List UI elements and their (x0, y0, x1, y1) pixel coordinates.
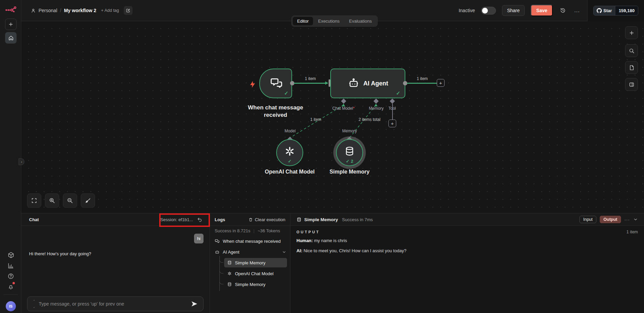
send-icon[interactable] (191, 301, 198, 307)
sidebar-collapse-handle[interactable]: › (19, 158, 24, 165)
tab-evaluations[interactable]: Evaluations (345, 17, 376, 25)
edit-icon (126, 8, 130, 13)
details-menu-button[interactable]: ··· (624, 217, 630, 222)
workflow-canvas[interactable]: ✓ When chat message received 1 item AI A… (21, 21, 644, 213)
tidy-up-icon (85, 198, 91, 204)
output-section-title: OUTPUT (296, 230, 320, 234)
reset-session-icon[interactable] (197, 217, 202, 222)
help-icon (7, 273, 14, 280)
insights-button[interactable] (6, 261, 15, 270)
tool-wire (392, 104, 393, 120)
zoom-in-button[interactable] (45, 193, 59, 208)
session-id-label: Session: ef1b1... (160, 217, 193, 222)
input-view-button[interactable]: Input (579, 216, 596, 223)
rename-workflow-button[interactable] (124, 6, 133, 15)
tree-elbow (219, 259, 223, 263)
sticky-note-icon (629, 65, 635, 71)
add-next-node-button[interactable]: + (437, 79, 445, 87)
notifications-button[interactable] (6, 282, 15, 291)
wire-items-label: 1 item (297, 76, 324, 81)
status-divider: | (254, 228, 255, 233)
github-star-button[interactable]: Star (594, 6, 615, 15)
log-row-memory2[interactable]: Simple Memory (227, 280, 288, 289)
share-button[interactable]: Share (502, 5, 525, 16)
workflow-menu-button[interactable]: ... (573, 6, 581, 15)
clear-execution-button[interactable]: Clear execution (248, 217, 285, 222)
node-chat-trigger[interactable]: ✓ (259, 69, 292, 98)
github-star-widget[interactable]: Star 159,180 (593, 6, 638, 16)
sticky-note-button[interactable] (625, 61, 638, 74)
github-star-count[interactable]: 159,180 (615, 6, 638, 15)
breadcrumb-separator: / (60, 8, 61, 13)
toggle-panel-button[interactable] (625, 78, 638, 91)
chevron-down-icon[interactable] (282, 250, 286, 254)
database-icon (296, 217, 302, 222)
model-subport-label: Model (277, 129, 304, 133)
node-openai-chat-model[interactable]: ✓ (276, 139, 303, 166)
activation-toggle[interactable] (481, 7, 496, 15)
collapse-panel-icon[interactable] (633, 217, 638, 222)
add-tag-button[interactable]: + Add tag (101, 8, 119, 13)
bar-chart-icon (7, 262, 14, 269)
package-icon (7, 252, 15, 259)
home-icon (8, 35, 14, 41)
breadcrumb: Personal / My workflow 2 (31, 8, 96, 13)
agent-node-title: AI Agent (363, 80, 388, 87)
help-button[interactable] (6, 272, 15, 281)
node-ai-agent[interactable]: AI Agent ✓ (330, 69, 405, 98)
agent-out-items-label: 1 item (409, 76, 436, 81)
chat-message-input[interactable] (39, 301, 186, 307)
message-history-arrows[interactable]: ⌃⌃ (27, 299, 39, 308)
home-nav-button[interactable] (5, 32, 17, 44)
output-ai-line: AI: Nice to meet you, Chris! How can I a… (296, 248, 406, 253)
database-icon (227, 282, 232, 287)
chat-input-wrap: ⌃⌃ (27, 296, 204, 311)
openai-icon (284, 146, 295, 157)
templates-button[interactable] (6, 251, 15, 259)
node-simple-memory[interactable]: ✓ 2 (336, 139, 363, 166)
github-star-label: Star (603, 8, 612, 13)
node-details-panel: Simple Memory Success in 7ms Input Outpu… (290, 213, 644, 313)
workflow-name[interactable]: My workflow 2 (64, 8, 96, 13)
openai-node-label: OpenAI Chat Model (256, 168, 324, 176)
output-view-button[interactable]: Output (600, 216, 621, 223)
zoom-out-button[interactable] (63, 193, 77, 208)
trigger-success-check: ✓ (284, 90, 288, 96)
tree-elbow (219, 269, 223, 273)
memory-success-check: ✓ 2 (337, 159, 362, 164)
add-node-button[interactable] (625, 26, 638, 39)
output-section-row: OUTPUT 1 item (296, 230, 638, 234)
log-row-trigger[interactable]: When chat message received (215, 236, 286, 246)
history-button[interactable] (559, 6, 567, 15)
left-sidebar: IS (0, 0, 21, 313)
trash-icon (248, 217, 253, 222)
breadcrumb-project[interactable]: Personal (39, 8, 57, 13)
rail-divider (3, 294, 18, 295)
save-button[interactable]: Save (531, 5, 553, 16)
tab-executions[interactable]: Executions (314, 17, 344, 25)
details-header: Simple Memory Success in 7ms Input Outpu… (290, 213, 644, 226)
user-avatar[interactable]: IS (6, 301, 16, 311)
log-row-agent[interactable]: AI Agent (215, 247, 286, 257)
zoom-in-icon (49, 198, 55, 204)
new-workflow-button[interactable] (5, 19, 17, 30)
n8n-logo (5, 6, 17, 13)
log-row-openai[interactable]: OpenAI Chat Model (227, 269, 288, 278)
chat-bubbles-icon (215, 239, 220, 244)
tidy-up-button[interactable] (81, 193, 95, 208)
search-icon (629, 48, 635, 54)
chevron-down-icon: ⌃ (33, 305, 35, 308)
log-row-memory-selected[interactable]: Simple Memory (224, 258, 287, 267)
person-icon (31, 8, 36, 13)
robot-icon (215, 250, 220, 255)
canvas-search-button[interactable] (625, 44, 638, 57)
tab-editor[interactable]: Editor (293, 17, 313, 25)
bell-icon (7, 283, 14, 290)
logs-title: Logs (215, 217, 225, 222)
chat-bubbles-icon (270, 77, 283, 90)
execution-status: Success in 8.721s | ~36 Tokens (215, 228, 280, 233)
output-items-count: 1 item (626, 230, 638, 234)
fit-view-button[interactable] (27, 193, 41, 208)
model-items-label: 1 item (302, 117, 329, 122)
github-zone: Star 159,180 (587, 0, 644, 21)
